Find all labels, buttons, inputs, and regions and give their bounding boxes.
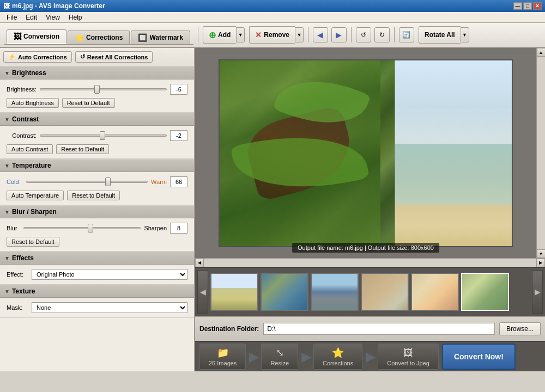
maximize-button[interactable]: □ [523,2,532,10]
tab-corrections[interactable]: ⭐ Corrections [68,30,130,44]
rotate-all-button[interactable]: Rotate All [419,26,461,44]
temperature-row: Cold Warm [7,176,187,187]
corrections-label: Corrections [323,360,353,366]
brightness-reset-button[interactable]: Reset to Default [62,98,115,108]
dest-folder-input[interactable] [263,323,495,335]
remove-label: Remove [264,31,289,39]
texture-arrow: ▼ [4,289,10,295]
blur-reset-button[interactable]: Reset to Default [7,237,59,247]
thumbnail-4[interactable] [361,273,409,311]
blur-thumb[interactable] [88,224,93,232]
thumbnail-3[interactable] [311,273,359,311]
thumbnail-strip: ◀ ▶ [195,267,545,316]
nav-forward-button[interactable]: ▶ [331,27,347,42]
auto-corrections-button[interactable]: ⚡ Auto Corrections [3,51,72,63]
h-scroll-left[interactable]: ◀ [195,259,204,267]
reset-all-corrections-button[interactable]: ↺ Reset All Corrections [75,51,153,63]
browse-button[interactable]: Browse... [499,322,541,335]
action-bar: 📁 26 Images ▶ ⤡ Resize ▶ ⭐ Corrections ▶… [195,341,545,371]
add-icon: ⊕ [209,30,216,40]
remove-button[interactable]: ✕ Remove [249,26,295,44]
effect-select[interactable]: Original Photo Sepia Grayscale Negative … [32,269,187,280]
brightness-value[interactable] [170,84,187,95]
thumb-container [208,270,532,314]
images-action-button[interactable]: 📁 26 Images [199,344,246,370]
rotate-all-group[interactable]: Rotate All ▼ [419,26,469,44]
thumb-prev-button[interactable]: ◀ [197,270,208,314]
minimize-button[interactable]: — [513,2,522,10]
h-scroll-right[interactable]: ▶ [536,259,545,267]
title-bar-controls[interactable]: — □ ✕ [513,2,542,10]
effect-label: Effect: [7,271,28,278]
refresh-button[interactable]: 🔄 [399,27,414,42]
image-viewport: Output file name: m6.jpg | Output file s… [195,48,536,258]
effect-row: Effect: Original Photo Sepia Grayscale N… [7,269,187,280]
temperature-content: Cold Warm Auto Temperature Reset to Defa… [0,172,194,205]
effects-section-header[interactable]: ▼ Effects [0,252,194,265]
thumbnail-2[interactable] [261,273,308,311]
contrast-value[interactable] [170,130,187,141]
brightness-thumb[interactable] [94,85,100,94]
add-button-group[interactable]: ⊕ Add ▼ [203,26,245,44]
thumbnail-1[interactable] [210,273,258,311]
menu-view[interactable]: View [41,13,64,22]
blur-sharpen-section-header[interactable]: ▼ Blur / Sharpen [0,205,194,218]
nav-back-button[interactable]: ◀ [313,27,328,42]
temperature-section-header[interactable]: ▼ Temperature [0,159,194,172]
remove-dropdown-arrow[interactable]: ▼ [295,27,304,42]
mask-select[interactable]: None Canvas Paper Stone Wood [32,302,187,313]
menu-file[interactable]: File [2,13,21,22]
images-label: 26 Images [209,360,237,366]
scroll-down-arrow[interactable]: ▼ [537,249,546,258]
contrast-slider-container [40,131,167,140]
window-title: m6.jpg - AVS Image Converter [12,2,105,10]
rotate-all-dropdown[interactable]: ▼ [461,27,469,42]
rotate-left-button[interactable]: ↺ [356,27,371,42]
blur-value[interactable] [170,223,187,234]
brightness-section-header[interactable]: ▼ Brightness [0,66,194,79]
scroll-track[interactable] [537,57,545,249]
add-label: Add [218,31,231,39]
menu-edit[interactable]: Edit [21,13,41,22]
blur-label: Blur [7,225,20,231]
contrast-reset-button[interactable]: Reset to Default [56,144,109,154]
scroll-up-arrow[interactable]: ▲ [537,48,546,57]
convert-jpeg-label: Convert to Jpeg [387,360,429,366]
rotate-right-button[interactable]: ↻ [374,27,390,42]
temperature-value[interactable] [170,176,187,187]
temperature-thumb[interactable] [105,177,111,186]
thumb-next-button[interactable]: ▶ [532,270,543,314]
remove-button-group[interactable]: ✕ Remove ▼ [249,26,304,44]
brightness-track [40,88,167,90]
left-panel: ⚡ Auto Corrections ↺ Reset All Correctio… [0,48,195,371]
menu-help[interactable]: Help [64,13,87,22]
temperature-title: Temperature [12,162,51,169]
effects-content: Effect: Original Photo Sepia Grayscale N… [0,265,194,285]
bottom-bar: Destination Folder: Browse... [195,316,545,341]
temperature-arrow: ▼ [4,163,10,169]
thumbnail-5[interactable] [411,273,459,311]
conversion-icon: 🖼 [14,32,21,41]
texture-section-header[interactable]: ▼ Texture [0,285,194,298]
contrast-section-header[interactable]: ▼ Contrast [0,113,194,126]
blur-arrow: ▼ [4,209,10,215]
title-bar: 🖼 m6.jpg - AVS Image Converter — □ ✕ [0,0,545,12]
contrast-thumb[interactable] [100,131,105,140]
auto-contrast-button[interactable]: Auto Contrast [7,144,53,154]
app-icon: 🖼 [3,2,10,10]
auto-brightness-button[interactable]: Auto Brightness [7,98,59,108]
auto-temperature-button[interactable]: Auto Temperature [7,191,64,200]
resize-action-button[interactable]: ⤡ Resize [261,344,298,370]
thumbnail-6[interactable] [461,273,509,311]
image-status-bar: Output file name: m6.jpg | Output file s… [292,243,439,253]
convert-jpeg-action-button[interactable]: 🖼 Convert to Jpeg [378,344,439,370]
add-dropdown-arrow[interactable]: ▼ [236,27,245,42]
corrections-action-button[interactable]: ⭐ Corrections [313,344,362,370]
close-button[interactable]: ✕ [533,2,542,10]
temperature-reset-button[interactable]: Reset to Default [67,191,120,200]
add-button[interactable]: ⊕ Add [203,26,236,44]
tab-conversion[interactable]: 🖼 Conversion [7,29,66,44]
tab-watermark[interactable]: 🔲 Watermark [131,30,190,44]
contrast-content: Contrast: Auto Contrast Reset to Default [0,126,194,159]
convert-now-button[interactable]: Convert Now! [442,344,516,370]
